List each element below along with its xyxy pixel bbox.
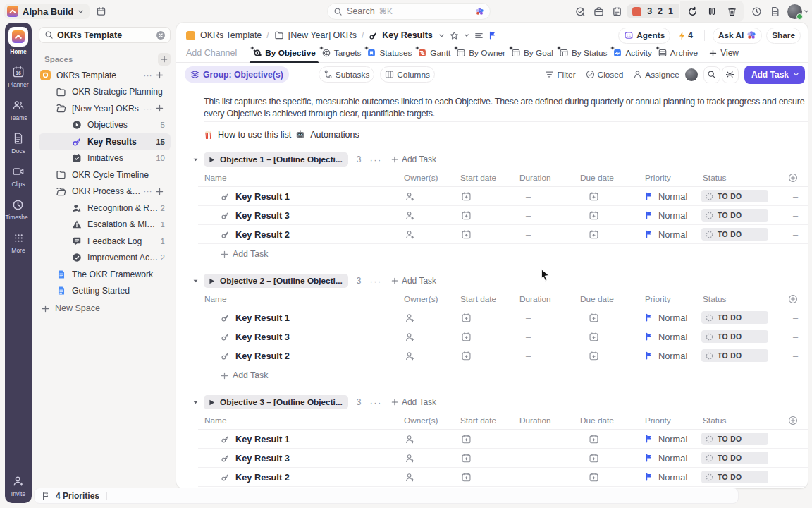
tab-gantt[interactable]: Gantt [414, 44, 453, 63]
sidebar-item-okr-process-c[interactable]: OKR Process & C... ··· [39, 183, 171, 200]
priority-flag-icon[interactable] [645, 351, 653, 360]
view-options-icon[interactable] [474, 31, 484, 40]
rail-item-clips[interactable]: Clips [11, 164, 26, 188]
task-row[interactable]: Key Result 3 – Normal TO DO – [198, 206, 808, 225]
item-menu-icon[interactable]: ··· [144, 187, 153, 195]
column-header-due-date[interactable]: Due date [574, 416, 632, 425]
assign-owner-icon[interactable] [405, 351, 415, 361]
status-pill[interactable]: TO DO [701, 190, 768, 202]
closed-button[interactable]: Closed [582, 66, 628, 83]
tab-statuses[interactable]: Statuses [364, 44, 414, 63]
sidebar-item-okrs-template[interactable]: OKRs Template ··· [39, 67, 171, 84]
sidebar-item-initiatives[interactable]: Initiatives ··· 10 [39, 150, 171, 167]
trash-icon[interactable] [723, 3, 740, 20]
status-pill[interactable]: TO DO [701, 349, 768, 362]
priority-flag-icon[interactable] [645, 473, 653, 481]
tab-by-owner[interactable]: By Owner [453, 44, 508, 63]
priority-flag-icon[interactable] [645, 230, 653, 238]
task-row[interactable]: Key Result 1 – Normal TO DO – [198, 430, 808, 449]
item-add-icon[interactable] [156, 71, 164, 79]
set-due-date-icon[interactable] [589, 434, 599, 445]
status-pill[interactable]: TO DO [701, 471, 768, 483]
clear-search-icon[interactable] [156, 30, 166, 40]
task-row[interactable]: Key Result 2 – Normal TO DO – [198, 346, 808, 365]
sidebar-search[interactable]: OKRs Template [39, 27, 171, 43]
task-row[interactable]: Key Result 1 – Normal TO DO – [198, 308, 808, 327]
add-column-icon[interactable] [788, 416, 798, 425]
column-header-duration[interactable]: Duration [514, 294, 574, 304]
column-header-status[interactable]: Status [689, 416, 768, 425]
priority-flag-icon[interactable] [645, 454, 653, 462]
column-header-due-date[interactable]: Due date [574, 294, 632, 304]
sidebar-item-okr-strategic-planning[interactable]: OKR Strategic Planning ··· [39, 84, 171, 101]
task-check-icon[interactable] [572, 3, 589, 20]
view-settings-button[interactable] [722, 66, 739, 83]
rail-item-timeshe[interactable]: Timeshe.. [5, 197, 31, 221]
set-start-date-icon[interactable] [461, 351, 472, 361]
pause-icon[interactable] [703, 3, 720, 20]
set-due-date-icon[interactable] [589, 210, 599, 221]
subtasks-button[interactable]: Subtasks [319, 66, 375, 83]
tab-by-objective[interactable]: By Objective [250, 44, 318, 63]
breadcrumb-space[interactable]: OKRs Template [200, 30, 262, 40]
calendar-icon[interactable] [92, 3, 109, 20]
sidebar-item-getting-started[interactable]: Getting Started ··· [39, 283, 171, 300]
column-header-owner-s-[interactable]: Owner(s) [398, 294, 455, 304]
group-by-button[interactable]: Group: Objective(s) [185, 66, 289, 83]
group-add-task[interactable]: Add Task [391, 155, 436, 164]
set-due-date-icon[interactable] [589, 453, 599, 464]
add-view-button[interactable]: View [709, 48, 739, 58]
set-start-date-icon[interactable] [461, 453, 472, 464]
add-space-icon[interactable] [158, 53, 171, 66]
priority-flag-icon[interactable] [645, 332, 653, 341]
collapse-chevron-icon[interactable] [192, 157, 199, 163]
tab-activity[interactable]: Activity [610, 44, 654, 63]
tab-archive[interactable]: Archive [655, 44, 701, 63]
group-title-pill[interactable]: Objective 3 – [Outline Objecti... [204, 395, 348, 409]
automations-link[interactable]: Automations [295, 130, 359, 140]
restart-icon[interactable] [684, 3, 701, 20]
set-start-date-icon[interactable] [461, 472, 472, 483]
sidebar-item-okr-cycle-timeline[interactable]: OKR Cycle Timeline ··· [39, 167, 171, 183]
search-tasks-button[interactable] [703, 66, 720, 83]
column-header-start-date[interactable]: Start date [455, 173, 514, 183]
group-add-task[interactable]: Add Task [391, 276, 436, 286]
group-menu-icon[interactable]: ··· [369, 276, 382, 286]
status-pill[interactable]: TO DO [701, 452, 768, 464]
tab-targets[interactable]: Targets [319, 44, 364, 63]
set-start-date-icon[interactable] [461, 191, 472, 202]
column-header-start-date[interactable]: Start date [455, 294, 514, 304]
task-row[interactable]: Key Result 2 – Normal TO DO – [198, 468, 808, 487]
recording-widget[interactable]: 3 2 1 [627, 4, 679, 18]
item-menu-icon[interactable]: ··· [144, 104, 153, 113]
group-title-pill[interactable]: Objective 2 – [Outline Objecti... [204, 274, 348, 288]
assign-owner-icon[interactable] [405, 313, 415, 323]
columns-button[interactable]: Columns [380, 66, 435, 83]
group-menu-icon[interactable]: ··· [369, 155, 382, 165]
filter-button[interactable]: Filter [541, 66, 579, 83]
priority-flag-icon[interactable] [645, 435, 653, 443]
set-start-date-icon[interactable] [461, 229, 472, 240]
group-title-pill[interactable]: Objective 1 – [Outline Objecti... [204, 152, 348, 167]
record-stop-icon[interactable] [632, 7, 641, 16]
sidebar-item-objectives[interactable]: Objectives ··· 5 [39, 117, 171, 134]
user-menu[interactable] [787, 4, 809, 19]
set-start-date-icon[interactable] [461, 313, 472, 323]
sidebar-item-escalation-misali[interactable]: Escalation & Misali... ··· 1 [39, 217, 171, 234]
assign-owner-icon[interactable] [405, 229, 415, 240]
rail-item-docs[interactable]: Docs [11, 131, 26, 155]
status-pill[interactable]: TO DO [701, 330, 768, 343]
new-space-button[interactable]: New Space [39, 300, 171, 317]
doc-page-icon[interactable] [766, 3, 783, 20]
set-due-date-icon[interactable] [589, 472, 599, 483]
share-button[interactable]: Share [766, 28, 801, 44]
notepad-icon[interactable] [608, 3, 625, 20]
column-header-owner-s-[interactable]: Owner(s) [398, 416, 455, 425]
group-add-task[interactable]: Add Task [391, 397, 436, 407]
column-header-priority[interactable]: Priority [632, 416, 689, 425]
flag-icon[interactable] [488, 31, 497, 40]
status-pill[interactable]: TO DO [701, 311, 768, 324]
tab-by-goal[interactable]: By Goal [508, 44, 556, 63]
priority-flag-icon[interactable] [645, 313, 653, 322]
item-add-icon[interactable] [156, 104, 164, 112]
